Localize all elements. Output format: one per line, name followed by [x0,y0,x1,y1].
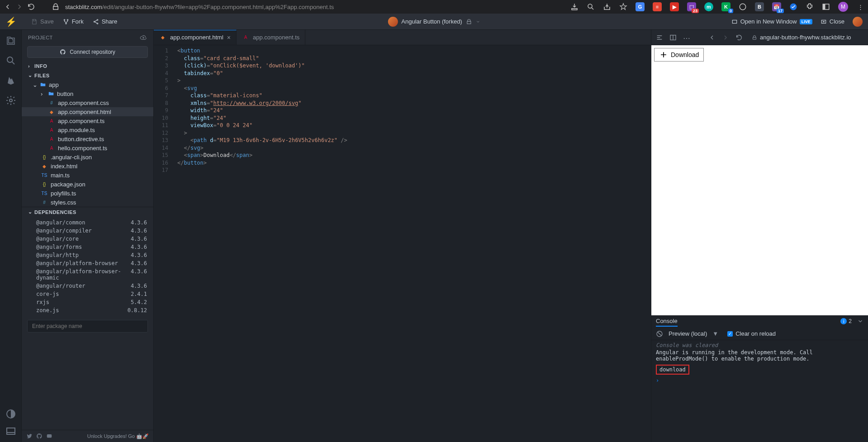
firebase-icon[interactable] [5,75,16,86]
dependency-row[interactable]: @angular/core4.3.6 [22,235,153,243]
file-hello-component[interactable]: Ahello.component.ts [22,143,153,152]
ext-translate-icon[interactable]: G [636,2,645,11]
close-icon[interactable]: × [227,34,231,41]
address-bar[interactable]: stackblitz.com/edit/angular-button-fhywh… [65,4,334,10]
code-editor[interactable]: 1234567891011121314151617 <button class=… [154,45,651,442]
console-tab[interactable]: Console [656,316,678,327]
ext-b-icon[interactable]: B [755,2,764,11]
chevron-down-icon[interactable] [857,318,863,324]
layout-icon[interactable] [5,426,16,437]
file-styles-css[interactable]: #styles.css [22,198,153,207]
ext-check-icon[interactable] [789,3,797,11]
url-path: /edit/angular-button-fhywhw?file=app%2Fa… [102,4,334,10]
project-owner-avatar[interactable] [388,17,398,27]
file-app-ts[interactable]: Aapp.component.ts [22,116,153,125]
sidepanel-icon[interactable] [822,3,830,11]
dependency-row[interactable]: core-js2.4.1 [22,290,153,298]
code-content[interactable]: <button class="card card-small" (click)=… [174,45,347,442]
upgrade-link[interactable]: Unlock Upgrades! Go 🤖🚀 [87,433,149,439]
stackblitz-logo-icon[interactable]: ⚡ [5,16,17,27]
file-app-html[interactable]: ◆app.component.html [22,107,153,116]
dependencies-section[interactable]: ⌄DEPENDENCIES [22,207,153,217]
preview-local-label[interactable]: Preview (local) [669,330,707,337]
dependency-row[interactable]: rxjs5.4.2 [22,298,153,306]
files-section[interactable]: ⌄FILES [22,71,153,80]
close-button[interactable]: Close [821,18,844,25]
file-app-module[interactable]: Aapp.module.ts [22,125,153,134]
dependency-row[interactable]: @angular/platform-browser4.3.6 [22,259,153,267]
file-button-directive[interactable]: Abutton.directive.ts [22,134,153,143]
dependency-row[interactable]: @angular/platform-browser-dynamic4.3.6 [22,267,153,282]
dependency-row[interactable]: @angular/http4.3.6 [22,251,153,259]
fork-button[interactable]: Fork [63,18,84,25]
clear-console-icon[interactable] [656,330,663,337]
clear-on-reload-toggle[interactable]: ✓ Clear on reload [727,330,776,337]
dropdown-icon[interactable]: ▼ [712,330,718,337]
activity-bar [0,30,22,442]
more-icon[interactable]: ⋯ [683,34,690,41]
console-prompt[interactable]: › [656,377,863,384]
tab-app-html[interactable]: ◆ app.component.html × [154,30,237,45]
cloud-upload-icon[interactable] [140,34,147,41]
file-app-css[interactable]: #app.component.css [22,98,153,107]
share-button[interactable]: Share [93,18,118,25]
ext-m-icon[interactable]: m [704,2,713,11]
file-index-html[interactable]: ◆index.html [22,162,153,171]
folder-button[interactable]: ›button [22,89,153,98]
discord-icon[interactable] [46,433,52,439]
star-icon[interactable] [619,3,627,11]
forward-icon[interactable] [15,3,24,11]
file-angular-cli[interactable]: {}.angular-cli.json [22,152,153,162]
log-download-highlighted: download [656,365,689,375]
ext-todoist-icon[interactable]: ≡ [653,2,662,11]
split-icon[interactable] [669,34,677,41]
menu-dots-icon[interactable]: ⋮ [856,3,864,11]
save-button[interactable]: Save [31,18,54,25]
profile-avatar[interactable]: M [838,2,848,12]
lock-icon[interactable] [466,19,472,25]
install-icon[interactable] [570,3,579,11]
svg-point-5 [64,19,65,20]
console-output[interactable]: Console was cleared Angular is running i… [651,340,868,442]
format-icon[interactable] [656,34,663,41]
connect-repository-button[interactable]: Connect repository [27,46,148,58]
preview-url[interactable]: angular-button-fhywhw.stackblitz.io [752,34,851,41]
share-icon[interactable] [603,3,611,11]
info-section[interactable]: ›INFO [22,62,153,71]
theme-icon[interactable] [5,409,16,419]
preview-frame[interactable]: Download [651,45,868,315]
folder-app[interactable]: ⌄app [22,80,153,89]
ext-circle-icon[interactable] [739,3,747,11]
explorer-icon[interactable] [5,35,16,46]
ext-store-icon[interactable]: ⬚23 [687,2,696,11]
tab-app-ts[interactable]: A app.component.ts [237,30,305,45]
dependency-row[interactable]: zone.js0.8.12 [22,306,153,314]
dependency-row[interactable]: @angular/compiler4.3.6 [22,227,153,235]
search-icon[interactable] [587,3,595,11]
file-package-json[interactable]: {}package.json [22,180,153,189]
chevron-down-icon[interactable] [476,19,480,24]
preview-back-icon[interactable] [708,34,716,41]
file-main-ts[interactable]: TSmain.ts [22,171,153,180]
file-polyfills[interactable]: TSpolyfills.ts [22,189,153,198]
preview-reload-icon[interactable] [735,34,743,41]
extensions-icon[interactable] [806,3,814,11]
ext-calendar-icon[interactable]: 📅17 [772,2,781,11]
svg-point-9 [94,21,95,22]
github-icon[interactable] [36,433,43,439]
user-avatar[interactable] [853,17,863,27]
search-icon[interactable] [5,55,16,66]
back-icon[interactable] [4,3,12,11]
reload-icon[interactable] [27,3,35,11]
twitter-icon[interactable] [26,433,33,439]
open-new-window-button[interactable]: Open in New Window LIVE [731,18,812,25]
ext-k-icon[interactable]: K0 [721,2,730,11]
settings-icon[interactable] [5,95,16,106]
dependency-row[interactable]: @angular/forms4.3.6 [22,243,153,251]
package-name-input[interactable] [27,320,148,333]
ext-play-icon[interactable]: ▶ [670,2,679,11]
dependency-row[interactable]: @angular/common4.3.6 [22,219,153,227]
dependency-row[interactable]: @angular/router4.3.6 [22,282,153,290]
preview-forward-icon[interactable] [722,34,729,41]
download-button[interactable]: Download [654,48,704,62]
